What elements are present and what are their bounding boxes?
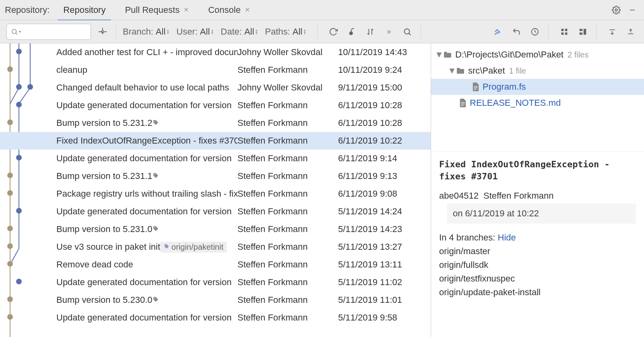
commit-date: 5/11/2019 11:01 (338, 295, 431, 305)
svg-point-5 (349, 31, 353, 35)
commit-author: Steffen Forkmann (237, 295, 338, 305)
tab-pull-requests[interactable]: Pull Requests ✕ (119, 0, 194, 20)
tab-console[interactable]: Console ✕ (202, 0, 256, 20)
commit-author: Steffen Forkmann (237, 259, 338, 270)
commit-subject: Changed default behavior to use local pa… (56, 82, 237, 93)
cherry-pick-icon[interactable] (345, 25, 359, 39)
commit-author: Steffen Forkmann (237, 312, 338, 323)
commit-author: Steffen Forkmann (237, 171, 338, 181)
commit-subject: Use v3 source in paket initorigin/paketi… (56, 242, 237, 253)
date-filter[interactable]: Date: All ▴▾ (221, 27, 258, 37)
commit-author: Steffen Forkmann (237, 224, 338, 234)
commit-date: 10/11/2019 14:43 (338, 47, 431, 58)
commit-author: Steffen Forkmann (237, 242, 338, 252)
tag-icon (152, 296, 159, 304)
gear-icon[interactable] (609, 3, 623, 17)
branch-filter[interactable]: Branch: All ▴▾ (123, 27, 169, 37)
minimize-icon[interactable] (625, 3, 639, 17)
commit-row[interactable]: Update generated documentation for versi… (0, 150, 431, 167)
commit-date: 5/11/2019 11:02 (338, 277, 431, 288)
tree-file[interactable]: RELEASE_NOTES.md (431, 95, 644, 111)
tree-folder[interactable]: ▼ src\Paket 1 file (431, 63, 644, 79)
tree-file[interactable]: Program.fs (431, 79, 644, 95)
commit-date: 5/11/2019 9:58 (338, 312, 431, 323)
hide-link[interactable]: Hide (498, 232, 516, 242)
undo-icon[interactable] (510, 25, 523, 39)
tree-folder-name: src\Paket (468, 66, 505, 76)
commit-row[interactable]: Bump version to 5.231.1Steffen Forkmann6… (0, 167, 431, 185)
tab-repository-label: Repository (63, 5, 105, 15)
commit-date: 6/11/2019 10:28 (338, 118, 431, 128)
commit-meta: abe04512 Steffen Forkmann (439, 191, 636, 201)
commit-row[interactable]: cleanupSteffen Forkmann10/11/2019 9:24 (0, 61, 431, 79)
commit-row[interactable]: Changed default behavior to use local pa… (0, 79, 431, 97)
commit-subject: Bump version to 5.231.2 (56, 118, 237, 128)
svg-point-0 (615, 9, 617, 11)
commit-row[interactable]: Fixed IndexOutOfRangeException - fixes #… (0, 132, 431, 150)
date-filter-label: Date: (221, 27, 242, 37)
find-icon[interactable] (400, 25, 414, 39)
user-filter[interactable]: User: All ▴▾ (176, 27, 213, 37)
tab-repository[interactable]: Repository (58, 0, 111, 20)
collapse-icon[interactable] (624, 25, 638, 39)
date-filter-value: All (244, 27, 254, 37)
svg-point-46 (154, 227, 155, 228)
svg-rect-50 (474, 88, 478, 88)
commit-row[interactable]: Update generated documentation for versi… (0, 273, 431, 291)
pin-icon[interactable] (491, 25, 505, 39)
tab-console-label: Console (208, 5, 241, 15)
tree-file-name: RELEASE_NOTES.md (470, 98, 561, 108)
commit-row[interactable]: Added another test for CLI + - improved … (0, 43, 431, 61)
history-icon[interactable] (528, 25, 542, 39)
commit-date: 5/11/2019 14:24 (338, 206, 431, 217)
tag-icon (152, 119, 159, 127)
commit-subject: Bump version to 5.231.1 (56, 171, 237, 181)
filter-settings-icon[interactable] (96, 25, 109, 39)
svg-rect-54 (461, 105, 464, 105)
grid-icon[interactable] (557, 25, 571, 39)
sort-icon[interactable] (363, 25, 377, 39)
commit-row[interactable]: Bump version to 5.230.0Steffen Forkmann5… (0, 291, 431, 309)
paths-filter[interactable]: Paths: All ▴▾ (265, 27, 306, 37)
commit-author: Steffen Forkmann (237, 189, 338, 199)
tree-file-name: Program.fs (483, 82, 526, 92)
expand-icon[interactable] (605, 25, 619, 39)
close-icon[interactable]: ✕ (184, 6, 189, 14)
commit-date: 6/11/2019 9:08 (338, 189, 431, 199)
commit-date: 9/11/2019 15:00 (338, 82, 431, 93)
commit-subject: cleanup (56, 65, 237, 75)
commit-row[interactable]: Remove dead codeSteffen Forkmann5/11/201… (0, 256, 431, 273)
more-icon[interactable]: » (382, 25, 396, 39)
layout-icon[interactable] (576, 25, 590, 39)
commit-author: Steffen Forkmann (237, 118, 338, 128)
close-icon[interactable]: ✕ (245, 6, 250, 14)
svg-line-3 (16, 33, 17, 34)
tag-icon (152, 226, 159, 233)
commit-row[interactable]: Update generated documentation for versi… (0, 309, 431, 327)
svg-rect-51 (474, 89, 477, 89)
commit-subject: Remove dead code (56, 259, 237, 270)
tree-root[interactable]: ▼ D:\Projects\Git\Demo\Paket 2 files (431, 47, 644, 63)
user-filter-label: User: (176, 27, 198, 37)
tab-pull-requests-label: Pull Requests (125, 5, 180, 15)
commit-date: 10/11/2019 9:24 (338, 65, 431, 75)
refresh-icon[interactable] (326, 25, 340, 39)
svg-point-6 (405, 29, 410, 34)
commit-row[interactable]: Update generated documentation for versi… (0, 97, 431, 114)
branch-label[interactable]: origin/paketinit (160, 242, 227, 253)
commit-subject: Bump version to 5.231.0 (56, 224, 237, 234)
commit-author: Steffen Forkmann (237, 100, 338, 111)
svg-rect-53 (461, 104, 465, 104)
svg-rect-15 (584, 29, 586, 35)
commit-row[interactable]: Package registry urls without trailing s… (0, 185, 431, 203)
commit-author: Johny Woller Skovdal (237, 47, 338, 58)
commit-row[interactable]: Use v3 source in paket initorigin/paketi… (0, 238, 431, 256)
commit-row[interactable]: Update generated documentation for versi… (0, 203, 431, 220)
branch-name: origin/testfixnuspec (439, 273, 515, 284)
commit-date: 6/11/2019 9:14 (338, 153, 431, 164)
commit-row[interactable]: Bump version to 5.231.0Steffen Forkmann5… (0, 220, 431, 238)
commit-date: 5/11/2019 13:27 (338, 242, 431, 252)
search-input[interactable]: ▾ (6, 24, 91, 40)
commit-row[interactable]: Bump version to 5.231.2Steffen Forkmann6… (0, 114, 431, 132)
branch-filter-value: All (156, 27, 165, 37)
